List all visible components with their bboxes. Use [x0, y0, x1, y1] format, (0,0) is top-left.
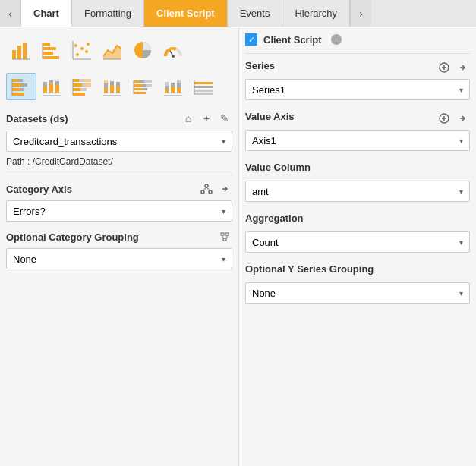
- svg-point-78: [205, 184, 208, 187]
- svg-rect-50: [110, 81, 114, 85]
- aggregation-dropdown[interactable]: Count ▾: [245, 231, 470, 253]
- datasets-dropdown[interactable]: Creditcard_transactions ▾: [6, 131, 232, 152]
- value-axis-header: Value Axis: [245, 111, 470, 126]
- optional-category-label: Optional Category Grouping: [6, 231, 139, 243]
- series-actions: [437, 60, 470, 75]
- tab-prev-button[interactable]: ‹: [0, 0, 21, 27]
- svg-point-13: [87, 43, 90, 46]
- svg-rect-61: [141, 88, 147, 90]
- svg-rect-44: [73, 93, 85, 96]
- right-panel: ✓ Client Script i Series: [239, 27, 476, 466]
- stacked7-button[interactable]: [188, 73, 219, 100]
- value-axis-arrow-button[interactable]: [455, 111, 470, 126]
- area-chart-button[interactable]: [97, 36, 128, 64]
- scatter-chart-button[interactable]: [67, 36, 97, 64]
- tab-events[interactable]: Events: [228, 0, 283, 27]
- stacked5-button[interactable]: [128, 73, 158, 100]
- svg-point-79: [201, 190, 204, 194]
- svg-rect-69: [177, 88, 181, 93]
- value-column-label: Value Column: [245, 162, 311, 173]
- series-section: Series: [245, 60, 470, 100]
- gauge-chart-button[interactable]: [158, 36, 188, 64]
- aggregation-header: Aggregation: [245, 213, 470, 228]
- svg-rect-85: [223, 238, 226, 241]
- optional-y-dropdown[interactable]: None ▾: [245, 282, 470, 304]
- svg-rect-67: [171, 87, 175, 93]
- svg-rect-34: [55, 81, 59, 85]
- hbar-chart-button[interactable]: [36, 36, 67, 64]
- svg-rect-83: [221, 233, 224, 235]
- optional-category-network-button[interactable]: [217, 229, 232, 244]
- svg-rect-36: [73, 79, 79, 82]
- svg-rect-33: [55, 85, 59, 93]
- datasets-home-button[interactable]: ⌂: [181, 111, 196, 126]
- value-axis-actions: [437, 111, 470, 126]
- svg-rect-65: [165, 86, 169, 90]
- svg-rect-66: [165, 82, 169, 86]
- category-axis-label: Category Axis: [6, 184, 72, 195]
- chart-type-row2: [6, 70, 232, 103]
- tab-client-script[interactable]: Client Script: [144, 0, 228, 27]
- svg-rect-31: [49, 83, 53, 93]
- optional-category-dropdown[interactable]: None ▾: [6, 248, 232, 269]
- svg-rect-48: [104, 80, 108, 83]
- path-label: Path : /CreditCardDataset/: [6, 156, 232, 167]
- stacked6-button[interactable]: [158, 73, 188, 100]
- svg-rect-41: [85, 83, 91, 87]
- tab-formatting[interactable]: Formatting: [72, 0, 144, 27]
- category-axis-dropdown[interactable]: Errors? ▾: [6, 200, 232, 222]
- chart-type-row1: [6, 33, 232, 67]
- series-arrow-button[interactable]: [455, 60, 470, 75]
- datasets-edit-button[interactable]: ✎: [217, 111, 232, 126]
- svg-line-89: [226, 238, 227, 238]
- value-column-header: Value Column: [245, 162, 470, 177]
- svg-rect-24: [21, 83, 27, 87]
- client-script-checkbox[interactable]: ✓: [245, 33, 257, 46]
- value-axis-dropdown[interactable]: Axis1 ▾: [245, 130, 470, 151]
- client-script-row: ✓ Client Script i: [245, 33, 470, 46]
- optional-y-dropdown-arrow: ▾: [459, 289, 463, 298]
- main-content: Datasets (ds) ⌂ + ✎ Creditcard_transacti…: [0, 27, 476, 466]
- category-axis-arrow: ▾: [222, 207, 225, 216]
- datasets-header: Datasets (ds) ⌂ + ✎: [6, 111, 232, 126]
- svg-point-11: [85, 50, 88, 53]
- info-icon[interactable]: i: [331, 34, 342, 45]
- stacked4-button[interactable]: [97, 73, 128, 100]
- svg-rect-56: [144, 80, 152, 83]
- series-dropdown[interactable]: Series1 ▾: [245, 79, 470, 100]
- svg-rect-6: [43, 52, 53, 55]
- datasets-add-button[interactable]: +: [199, 111, 214, 126]
- svg-rect-22: [18, 79, 23, 82]
- value-axis-add-button[interactable]: [437, 111, 452, 126]
- svg-rect-60: [134, 88, 141, 90]
- stacked3-button[interactable]: [67, 73, 97, 100]
- tab-chart[interactable]: Chart: [21, 0, 72, 27]
- svg-rect-51: [116, 87, 120, 93]
- svg-rect-7: [43, 56, 59, 59]
- svg-rect-62: [134, 92, 146, 94]
- stacked2-button[interactable]: [36, 73, 67, 100]
- value-axis-section: Value Axis: [245, 111, 470, 151]
- svg-rect-42: [73, 88, 80, 91]
- optional-category-actions: [217, 229, 232, 244]
- category-axis-network-button[interactable]: [199, 181, 214, 197]
- svg-line-82: [206, 187, 210, 190]
- tab-bar: ‹ Chart Formatting Client Script Events …: [0, 0, 476, 27]
- tab-hierarchy[interactable]: Hierarchy: [282, 0, 350, 27]
- svg-rect-84: [225, 233, 229, 235]
- svg-rect-75: [194, 90, 213, 92]
- svg-rect-27: [12, 93, 24, 96]
- pie-chart-button[interactable]: [128, 36, 158, 64]
- svg-line-88: [222, 238, 225, 238]
- series-add-button[interactable]: [437, 60, 452, 75]
- bar-chart-button[interactable]: [6, 36, 36, 64]
- svg-rect-54: [134, 80, 140, 83]
- aggregation-label: Aggregation: [245, 213, 304, 224]
- svg-point-9: [76, 53, 79, 56]
- category-axis-arrow-button[interactable]: [217, 181, 232, 197]
- svg-rect-1: [17, 46, 21, 59]
- value-column-dropdown[interactable]: amt ▾: [245, 181, 470, 202]
- tab-next-button[interactable]: ›: [350, 0, 371, 27]
- svg-line-81: [203, 187, 206, 190]
- stacked-hbar-button[interactable]: [6, 73, 36, 100]
